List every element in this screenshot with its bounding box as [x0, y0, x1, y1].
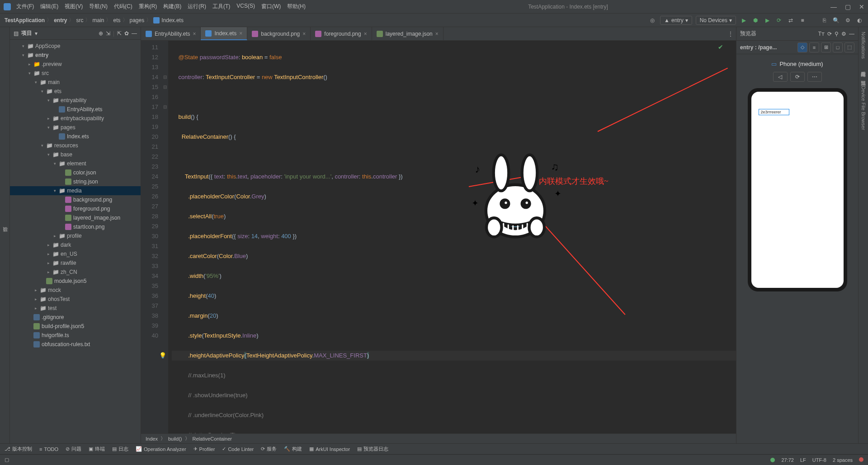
lightbulb-icon[interactable]: 💡 [159, 351, 166, 361]
tree-hide-icon[interactable]: — [132, 30, 137, 37]
module-selector[interactable]: ▲ entry ▾ [660, 16, 692, 25]
tab-close-icon[interactable]: × [435, 31, 439, 37]
tree-item-element[interactable]: ▾element [10, 159, 141, 168]
device-screen[interactable]: 2e3rrreerer [751, 92, 844, 288]
search-icon[interactable]: 🔍 [832, 16, 840, 24]
target-icon[interactable]: ◎ [648, 16, 656, 24]
menu-file[interactable]: 文件(F) [16, 3, 34, 10]
device-selector[interactable]: No Devices ▾ [696, 16, 736, 25]
device-back-button[interactable]: ◁ [773, 72, 788, 82]
device-more-button[interactable]: ⋯ [807, 72, 822, 82]
preview-hide-icon[interactable]: — [849, 31, 854, 37]
tree-item-entrybackupability[interactable]: ▸entrybackupability [10, 114, 141, 123]
tab-layered_image-json[interactable]: layered_image.json× [372, 27, 443, 40]
tree-item-index-ets[interactable]: Index.ets [10, 132, 141, 141]
status-line-sep[interactable]: LF [800, 457, 806, 463]
maximize-icon[interactable]: ▢ [845, 3, 851, 10]
tree-item-layered_image-json[interactable]: layered_image.json [10, 213, 141, 222]
stripe-notifications[interactable]: Notifications [861, 32, 866, 59]
tree-item-profile[interactable]: ▸profile [10, 231, 141, 240]
refresh-icon[interactable]: ⟳ [827, 31, 832, 37]
status-sidebar-icon[interactable]: ▢ [5, 457, 9, 463]
crumb-5[interactable]: pages [130, 17, 145, 23]
menu-navigate[interactable]: 导航(N) [89, 3, 108, 10]
run-icon[interactable]: ▶ [740, 16, 748, 24]
stripe-device-browser[interactable]: Device File Browser [861, 86, 866, 130]
ecrumb-0[interactable]: Index [146, 436, 158, 442]
bottom-log[interactable]: ▤ 日志 [112, 446, 128, 452]
stop-icon[interactable]: ■ [798, 16, 807, 24]
tree-item-ets[interactable]: ▾ets [10, 87, 141, 96]
bottom-opan[interactable]: 📈 Operation Analyzer [136, 446, 186, 452]
git-icon[interactable]: ⎘ [820, 16, 828, 24]
tree-item-dark[interactable]: ▸dark [10, 240, 141, 249]
minimize-icon[interactable]: — [830, 3, 837, 10]
device-rotate-button[interactable]: ⟳ [790, 72, 805, 82]
menu-help[interactable]: 帮助(H) [287, 3, 306, 10]
tree-target-icon[interactable]: ⊕ [99, 30, 103, 37]
status-caret-pos[interactable]: 27:72 [781, 457, 794, 463]
inspect-icon[interactable]: ⚲ [835, 31, 839, 37]
tree-item-rawfile[interactable]: ▸rawfile [10, 258, 141, 268]
menu-tools[interactable]: 工具(T) [212, 3, 230, 10]
tree-item-module-json5[interactable]: module.json5 [10, 277, 141, 286]
code-content[interactable]: @State passwordState: boolean = false co… [168, 41, 736, 433]
tree-item--preview[interactable]: ▸.preview [10, 60, 141, 69]
tree-item-src[interactable]: ▾src [10, 69, 141, 78]
tree-settings-icon[interactable]: ✿ [124, 30, 129, 37]
bottom-terminal[interactable]: ▣ 终端 [89, 446, 105, 452]
tree-item-entry[interactable]: ▾entry [10, 51, 141, 60]
close-icon[interactable]: ✕ [859, 3, 864, 10]
preview-settings-icon[interactable]: ⚙ [841, 31, 846, 37]
status-encoding[interactable]: UTF-8 [812, 457, 826, 463]
crumb-1[interactable]: entry [54, 17, 67, 23]
bottom-previewlog[interactable]: ▤ 预览器日志 [357, 446, 388, 452]
tabs-menu-icon[interactable]: ⋮ [725, 27, 736, 40]
bottom-services[interactable]: ⟳ 服务 [261, 446, 277, 452]
tree-item-starticon-png[interactable]: startIcon.png [10, 222, 141, 231]
crumb-6[interactable]: Index.ets [161, 17, 184, 23]
dropdown-icon[interactable]: ▾ [35, 30, 38, 37]
tree-item-color-json[interactable]: color.json [10, 168, 141, 177]
tree-collapse-icon[interactable]: ⇱ [117, 30, 122, 37]
tree-item-en_us[interactable]: ▸en_US [10, 249, 141, 258]
preview-mode-4[interactable]: □ [833, 42, 843, 52]
code-editor[interactable]: 1112131415161718192021222324252627282930… [141, 41, 736, 433]
tree-item-media[interactable]: ▾media [10, 186, 141, 195]
tab-background-png[interactable]: background.png× [247, 27, 311, 40]
tree-item-obfuscation-rules-txt[interactable]: obfuscation-rules.txt [10, 340, 141, 349]
bottom-todo[interactable]: ≡ TODO [39, 446, 58, 452]
tree-item-hvigorfile-ts[interactable]: hvigorfile.ts [10, 331, 141, 340]
tab-close-icon[interactable]: × [364, 31, 367, 37]
tree-item-pages[interactable]: ▾pages [10, 123, 141, 132]
tree-item-build-profile-json5[interactable]: build-profile.json5 [10, 322, 141, 331]
tree-item-entryability[interactable]: ▾entryability [10, 96, 141, 105]
tree-item-string-json[interactable]: string.json [10, 177, 141, 186]
bottom-arkui[interactable]: ▦ ArkUI Inspector [309, 446, 350, 452]
ecrumb-1[interactable]: build() [168, 436, 182, 442]
tree-item-base[interactable]: ▾base [10, 150, 141, 159]
ecrumb-2[interactable]: RelativeContainer [193, 436, 232, 442]
bottom-vcs[interactable]: ⎇ 版本控制 [5, 446, 32, 452]
tab-index-ets[interactable]: Index.ets× [201, 27, 247, 40]
restart-icon[interactable]: ⟳ [775, 16, 783, 24]
preview-mode-2[interactable]: ≡ [809, 42, 819, 52]
preview-mode-1[interactable]: ◇ [797, 42, 807, 52]
coverage-icon[interactable]: ▶ [763, 16, 771, 24]
preview-text-input[interactable]: 2e3rrreerer [759, 109, 789, 115]
crumb-4[interactable]: ets [113, 17, 120, 23]
bottom-linter[interactable]: ✓ Code Linter [222, 446, 254, 452]
text-icon[interactable]: Tᴛ [818, 31, 825, 37]
menu-run[interactable]: 运行(R) [188, 3, 206, 10]
tree-item-background-png[interactable]: background.png [10, 195, 141, 204]
debug-icon[interactable]: ⬢ [751, 16, 760, 24]
crumb-2[interactable]: src [76, 17, 83, 23]
menu-window[interactable]: 窗口(W) [261, 3, 281, 10]
menu-edit[interactable]: 编辑(E) [40, 3, 58, 10]
menu-build[interactable]: 构建(B) [163, 3, 181, 10]
tree-item-mock[interactable]: ▸mock [10, 286, 141, 295]
tree-item-ohostest[interactable]: ▸ohosTest [10, 295, 141, 304]
settings-icon[interactable]: ⚙ [844, 16, 852, 24]
bottom-profiler[interactable]: ✈ Profiler [193, 446, 215, 452]
crumb-3[interactable]: main [92, 17, 104, 23]
